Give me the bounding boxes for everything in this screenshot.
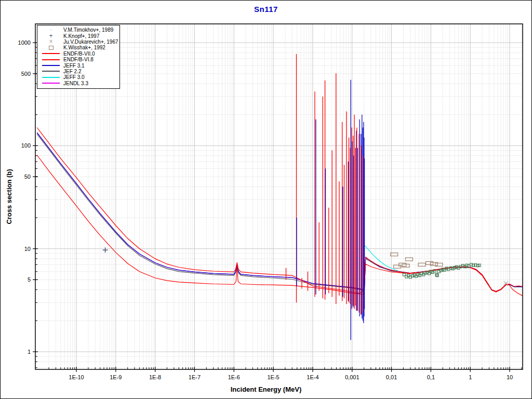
legend-label: JEFF 3.0 — [63, 74, 85, 80]
x-tick-label: 1E-9 — [110, 374, 122, 380]
x-tick-label: 1E-8 — [149, 374, 161, 380]
x-tick-label: 1E-4 — [307, 374, 318, 380]
scatter-k-wisshak-1992 — [405, 258, 413, 261]
legend-line-swatch — [42, 83, 60, 84]
square-marker-icon — [49, 46, 54, 50]
y-tick-label: 500 — [21, 71, 31, 77]
legend-label: JEFF 3.1 — [63, 63, 85, 69]
x-tick-label: 1E-6 — [228, 374, 240, 380]
x-tick-label: 0,1 — [427, 374, 435, 380]
x-tick-label: 0,001 — [345, 374, 360, 380]
legend-label: ENDF/B-VI.8 — [63, 57, 94, 62]
x-tick-label: 1E-5 — [267, 374, 279, 380]
legend-line-swatch — [42, 59, 60, 60]
x-axis-label: Incident Energy (MeV) — [1, 385, 531, 393]
legend-line-swatch — [42, 77, 60, 78]
chart-canvas: Sn117 1E-101E-91E-81E-71E-61E-51E-40,001… — [0, 0, 532, 399]
legend-item: ENDF/B-VI.8 — [38, 57, 117, 62]
scatter-k-wisshak-1992 — [394, 265, 401, 268]
legend-item: ENDF/B-VII.0 — [38, 51, 117, 57]
y-tick-label: 10 — [24, 246, 31, 252]
x-tick-label: 10 — [507, 374, 513, 380]
legend-item: JENDL 3.3 — [38, 81, 117, 86]
legend-label: JEF 2.2 — [63, 69, 81, 74]
legend-label: JENDL 3.3 — [63, 81, 88, 86]
y-tick-label: 100 — [21, 142, 31, 149]
legend-item: JEFF 3.0 — [38, 74, 117, 80]
cross-marker-icon: × — [49, 39, 52, 44]
legend-box: ·V.M.Timokhov+, 1989+K.Knopf+, 1997×Ju.V… — [37, 25, 120, 89]
y-tick-label: 1 — [28, 349, 31, 355]
x-tick-label: 0,01 — [386, 374, 397, 380]
legend-item: JEFF 3.1 — [38, 62, 117, 68]
legend-item: K.Wisshak+, 1992 — [38, 45, 117, 50]
y-tick-label: 1000 — [18, 39, 31, 46]
legend-line-swatch — [42, 53, 60, 54]
y-tick-label: 5 — [28, 276, 31, 283]
x-tick-label: 1E-7 — [189, 374, 201, 380]
legend-item: JEF 2.2 — [38, 69, 117, 74]
legend-item: ×Ju.V.Dukarevich+, 1967 — [38, 39, 117, 45]
legend-line-swatch — [42, 71, 60, 72]
x-tick-label: 1E-10 — [69, 374, 84, 380]
legend-label: K.Wisshak+, 1992 — [63, 45, 105, 50]
legend-line-swatch — [42, 65, 60, 66]
y-axis-label: Cross section (b) — [5, 103, 13, 290]
legend-label: K.Knopf+, 1997 — [63, 33, 99, 39]
y-tick-label: 50 — [24, 174, 31, 180]
legend-label: V.M.Timokhov+, 1989 — [63, 27, 113, 33]
legend-label: Ju.V.Dukarevich+, 1967 — [63, 39, 118, 45]
x-tick-label: 1 — [469, 374, 472, 380]
legend-label: ENDF/B-VII.0 — [63, 51, 95, 57]
